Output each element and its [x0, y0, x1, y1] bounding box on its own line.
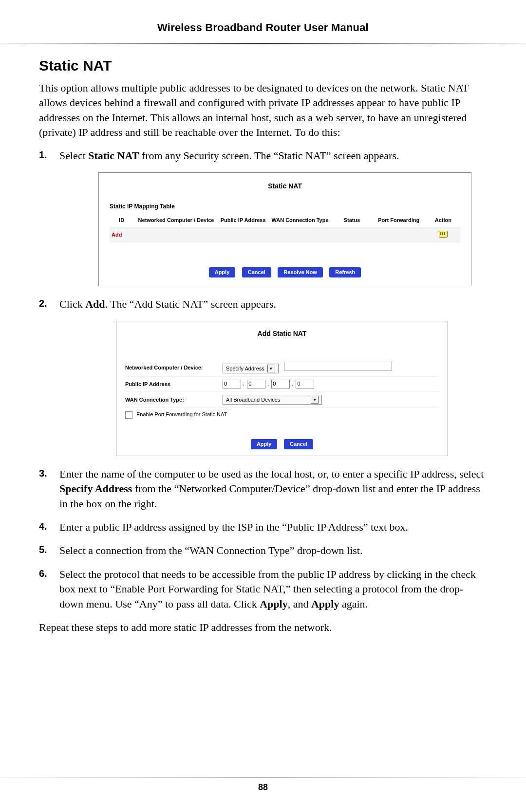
row-enable-port-forwarding: Enable Port Forwarding for Static NAT: [125, 408, 439, 421]
figure1-title: Static NAT: [110, 182, 460, 191]
step-text: Select a connection from the “WAN Connec…: [59, 544, 362, 556]
col-device: Networked Computer / Device: [134, 214, 219, 227]
step-text: Enter the name of the computer to be use…: [59, 468, 484, 480]
apply-button[interactable]: Apply: [209, 267, 236, 277]
table-header-row: ID Networked Computer / Device Public IP…: [110, 214, 460, 227]
section-heading: Static NAT: [39, 57, 487, 74]
ip-octet-4[interactable]: 0: [296, 380, 314, 388]
footer-rule: [0, 777, 526, 778]
figure2-title: Add Static NAT: [125, 329, 439, 338]
step-3: 3. Enter the name of the computer to be …: [39, 467, 487, 511]
bold-static-nat: Static NAT: [88, 149, 139, 162]
step-number: 6.: [39, 567, 47, 581]
step-number: 3.: [39, 467, 47, 480]
label-networked-device: Networked Computer / Device:: [125, 364, 223, 371]
col-wan-type: WAN Connection Type: [268, 214, 332, 227]
col-status: Status: [332, 214, 372, 227]
ip-octet-1[interactable]: 0: [223, 380, 241, 388]
ip-octet-3[interactable]: 0: [271, 380, 290, 388]
step-text: again.: [339, 598, 368, 610]
select-networked-device[interactable]: Specify Address ▾: [223, 364, 279, 373]
bold-add: Add: [85, 298, 105, 310]
row-wan-type: WAN Connection Type: All Broadband Devic…: [125, 392, 439, 408]
select-wan-type[interactable]: All Broadband Devices ▾: [223, 395, 322, 405]
select-value: Specify Address: [226, 365, 264, 372]
refresh-button[interactable]: Refresh: [329, 267, 361, 277]
add-link[interactable]: Add: [112, 232, 122, 238]
figure-static-nat-screen: Static NAT Static IP Mapping Table ID Ne…: [98, 172, 471, 286]
manual-page: Wireless Broadband Router User Manual St…: [0, 0, 526, 812]
step-2: 2. Click Add. The “Add Static NAT” scree…: [39, 297, 487, 456]
col-public-ip: Public IP Address: [218, 214, 267, 227]
col-port-forwarding: Port Forwarding: [372, 214, 426, 227]
cancel-button[interactable]: Cancel: [284, 439, 313, 449]
add-action-icon[interactable]: [439, 231, 448, 238]
row-networked-device: Networked Computer / Device: Specify Add…: [125, 359, 439, 377]
figure2-button-row: Apply Cancel: [125, 435, 439, 450]
figure-add-static-nat-screen: Add Static NAT Networked Computer / Devi…: [116, 321, 448, 456]
intro-paragraph: This option allows multiple public addre…: [39, 81, 487, 140]
enable-pf-checkbox[interactable]: [125, 411, 132, 419]
col-action: Action: [426, 214, 460, 227]
step-text: Enter a public IP address assigned by th…: [59, 521, 408, 533]
step-6: 6. Select the protocol that needs to be …: [39, 567, 487, 611]
header-rule: [0, 43, 526, 44]
chevron-down-icon: ▾: [267, 365, 275, 372]
step-number: 2.: [39, 297, 47, 311]
bold-apply-1: Apply: [260, 598, 287, 610]
step-text: from any Security screen. The “Static NA…: [139, 149, 399, 162]
figure1-subtitle: Static IP Mapping Table: [110, 203, 460, 211]
step-number: 1.: [39, 148, 47, 162]
select-value: All Broadband Devices: [226, 396, 280, 404]
add-row: Add: [110, 227, 460, 243]
figure1-button-row: Apply Cancel Resolve Now Refresh: [110, 263, 460, 278]
chevron-down-icon: ▾: [311, 396, 319, 404]
col-id: ID: [110, 214, 134, 227]
step-text: Select: [59, 149, 88, 162]
step-4: 4. Enter a public IP address assigned by…: [39, 520, 487, 535]
label-wan-type: WAN Connection Type:: [125, 396, 223, 404]
apply-button[interactable]: Apply: [251, 439, 278, 449]
label-public-ip: Public IP Address: [125, 381, 223, 388]
cancel-button[interactable]: Cancel: [242, 267, 271, 277]
page-header-title: Wireless Broadband Router User Manual: [0, 21, 526, 34]
page-number: 88: [0, 782, 526, 793]
step-number: 5.: [39, 543, 47, 557]
static-ip-mapping-table: ID Networked Computer / Device Public IP…: [110, 214, 460, 243]
resolve-now-button[interactable]: Resolve Now: [278, 267, 322, 277]
steps-list: 1. Select Static NAT from any Security s…: [39, 148, 487, 611]
enable-pf-label: Enable Port Forwarding for Static NAT: [136, 411, 227, 418]
device-text-input[interactable]: [284, 362, 392, 370]
step-1: 1. Select Static NAT from any Security s…: [39, 148, 487, 286]
content-area: Static NAT This option allows multiple p…: [39, 57, 487, 646]
ip-input-group: 0. 0. 0. 0: [223, 380, 315, 388]
ip-octet-2[interactable]: 0: [247, 380, 265, 388]
step-text: . The “Add Static NAT” screen appears.: [105, 298, 276, 310]
step-number: 4.: [39, 520, 47, 534]
bold-apply-2: Apply: [311, 598, 339, 610]
step-text: Click: [59, 298, 85, 310]
closing-paragraph: Repeat these steps to add more static IP…: [39, 620, 487, 635]
step-5: 5. Select a connection from the “WAN Con…: [39, 543, 487, 558]
row-public-ip: Public IP Address 0. 0. 0. 0: [125, 377, 439, 392]
bold-specify-address: Specify Address: [59, 482, 132, 495]
step-text: , and: [288, 598, 311, 610]
